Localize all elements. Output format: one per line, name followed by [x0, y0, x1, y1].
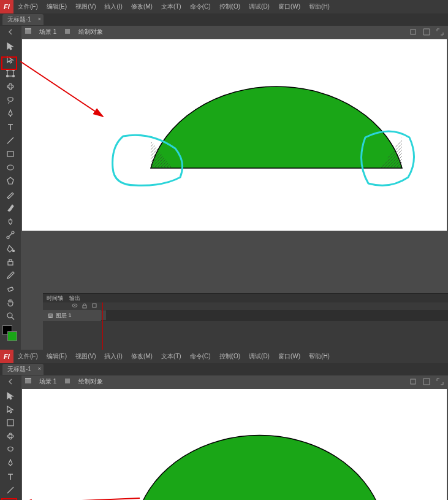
artwork-top	[22, 39, 448, 231]
eye-icon[interactable]	[72, 302, 78, 310]
symbol-label[interactable]: 绘制对象	[78, 377, 103, 386]
selection-tool[interactable]	[1, 39, 20, 53]
menu-edit[interactable]: 编辑(E)	[42, 350, 71, 363]
zoom-tool[interactable]	[1, 309, 20, 323]
menu-help[interactable]: 帮助(H)	[305, 350, 334, 363]
menu-debug[interactable]: 调试(D)	[245, 350, 274, 363]
menu-window[interactable]: 窗口(W)	[274, 0, 305, 13]
svg-point-10	[9, 83, 12, 90]
menu-text[interactable]: 文本(T)	[157, 350, 186, 363]
oval-tool[interactable]	[1, 161, 20, 174]
menu-modify[interactable]: 修改(M)	[127, 0, 157, 13]
flash-app-window-top: Fl 文件(F) 编辑(E) 视图(V) 插入(I) 修改(M) 文本(T) 命…	[0, 0, 448, 350]
menu-modify[interactable]: 修改(M)	[127, 350, 157, 363]
menu-view[interactable]: 视图(V)	[71, 350, 100, 363]
center-stage-icon[interactable]	[409, 377, 417, 386]
3d-rotation-tool[interactable]	[1, 80, 20, 93]
text-tool[interactable]	[1, 120, 20, 134]
lasso-tool[interactable]	[1, 443, 20, 456]
svg-rect-22	[8, 287, 13, 291]
menu-control[interactable]: 控制(O)	[215, 0, 245, 13]
deco-tool[interactable]	[1, 215, 20, 228]
output-tab[interactable]: 输出	[69, 294, 80, 302]
eraser-tool[interactable]	[1, 282, 20, 296]
free-transform-tool[interactable]	[1, 416, 20, 429]
close-icon[interactable]: ×	[38, 366, 41, 372]
svg-point-6	[13, 69, 15, 71]
document-tab-bar: 无标题-1 ×	[0, 363, 448, 375]
clip-icon[interactable]	[422, 377, 431, 386]
document-tab[interactable]: 无标题-1 ×	[2, 14, 44, 25]
menu-control[interactable]: 控制(O)	[215, 350, 245, 363]
menu-file[interactable]: 文件(F)	[13, 350, 42, 363]
subselection-tool[interactable]	[1, 402, 20, 416]
rectangle-tool[interactable]	[1, 147, 20, 161]
line-tool[interactable]	[1, 483, 20, 497]
polystar-tool[interactable]	[1, 174, 20, 188]
paint-bucket-tool[interactable]	[1, 242, 20, 255]
subselection-tool[interactable]	[1, 53, 20, 66]
menu-help[interactable]: 帮助(H)	[305, 0, 334, 13]
brush-tool[interactable]	[1, 201, 20, 215]
fullscreen-icon[interactable]	[436, 377, 444, 386]
lasso-tool[interactable]	[1, 93, 20, 107]
clip-icon[interactable]	[422, 28, 431, 36]
3d-rotation-tool[interactable]	[1, 429, 20, 443]
fill-swatch[interactable]	[7, 331, 17, 341]
hand-tool[interactable]	[1, 296, 20, 309]
pen-tool[interactable]	[1, 107, 20, 120]
edit-bar-options	[409, 28, 448, 36]
clapper-icon	[25, 377, 32, 386]
document-tab-label: 无标题-1	[7, 16, 31, 23]
menu-insert[interactable]: 插入(I)	[100, 350, 126, 363]
eyedropper-tool[interactable]	[1, 269, 20, 282]
svg-rect-32	[65, 379, 70, 383]
fullscreen-icon[interactable]	[436, 28, 444, 36]
svg-point-5	[7, 69, 9, 71]
menu-insert[interactable]: 插入(I)	[100, 0, 126, 13]
symbol-label[interactable]: 绘制对象	[78, 28, 103, 36]
clapper-icon	[25, 28, 32, 36]
center-stage-icon[interactable]	[409, 28, 417, 36]
timeline-tab[interactable]: 时间轴	[47, 294, 63, 302]
free-transform-tool[interactable]	[1, 66, 20, 80]
menu-edit[interactable]: 编辑(E)	[42, 0, 71, 13]
rectangle-tool[interactable]	[1, 497, 20, 500]
menu-commands[interactable]: 命令(C)	[186, 350, 215, 363]
svg-rect-21	[9, 260, 12, 261]
line-tool[interactable]	[1, 134, 20, 147]
symbol-icon	[64, 377, 71, 386]
svg-rect-4	[7, 70, 13, 76]
menu-window[interactable]: 窗口(W)	[274, 350, 305, 363]
close-icon[interactable]: ×	[38, 16, 41, 22]
document-tab[interactable]: 无标题-1 ×	[2, 364, 44, 375]
selection-tool[interactable]	[1, 389, 20, 402]
svg-line-12	[7, 137, 13, 144]
lock-icon[interactable]	[82, 302, 88, 310]
menu-file[interactable]: 文件(F)	[13, 0, 42, 13]
playhead[interactable]	[102, 302, 103, 350]
menu-debug[interactable]: 调试(D)	[245, 0, 274, 13]
outline-icon[interactable]	[91, 302, 97, 310]
menu-view[interactable]: 视图(V)	[71, 0, 100, 13]
svg-rect-30	[25, 379, 31, 383]
menu-commands[interactable]: 命令(C)	[186, 0, 215, 13]
color-swatches[interactable]	[2, 325, 18, 350]
scene-label[interactable]: 场景 1	[39, 377, 56, 386]
stage-canvas[interactable]	[22, 39, 447, 231]
scene-label[interactable]: 场景 1	[39, 28, 56, 36]
svg-marker-15	[7, 177, 13, 184]
edit-bar-back-button[interactable]	[0, 375, 21, 388]
pen-tool[interactable]	[1, 456, 20, 470]
bone-tool[interactable]	[1, 228, 20, 242]
svg-rect-0	[25, 29, 31, 34]
edit-bar-back-button[interactable]	[0, 26, 21, 38]
text-tool[interactable]	[1, 470, 20, 483]
menu-text[interactable]: 文本(T)	[157, 0, 186, 13]
svg-point-26	[74, 305, 75, 306]
pencil-tool[interactable]	[1, 188, 20, 201]
ink-bottle-tool[interactable]	[1, 255, 20, 269]
frames-area[interactable]	[101, 310, 448, 321]
stage-canvas[interactable]	[22, 389, 447, 500]
timeline-layer-row[interactable]: ▨ 图层 1	[43, 310, 448, 321]
